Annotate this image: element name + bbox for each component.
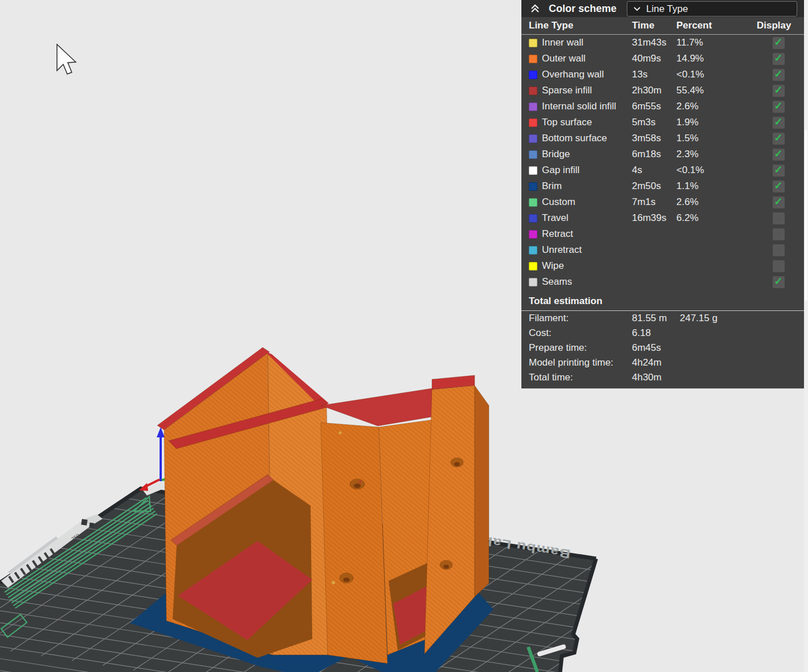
color-scheme-dropdown[interactable]: Line Type	[627, 1, 797, 17]
line-type-percent: 2.3%	[676, 149, 752, 160]
line-type-label: Inner wall	[529, 37, 632, 48]
qr-icon	[89, 522, 94, 527]
color-swatch	[529, 103, 537, 111]
display-checkbox[interactable]	[773, 260, 785, 272]
checkmark-icon: ✓	[774, 101, 782, 111]
estimation-row: Filament:81.55 m247.15 g	[521, 311, 805, 326]
line-type-time: 7m1s	[632, 196, 676, 208]
color-swatch	[529, 166, 537, 175]
line-type-label: Gap infill	[529, 165, 632, 176]
line-type-row: Bottom surface3m58s1.5%✓	[521, 130, 805, 146]
line-type-percent: 1.1%	[676, 181, 752, 192]
display-checkbox[interactable]: ✓	[773, 181, 785, 192]
line-type-label: Custom	[529, 196, 632, 208]
display-checkbox[interactable]: ✓	[773, 196, 785, 208]
checkmark-icon: ✓	[774, 37, 782, 47]
color-swatch	[529, 278, 537, 286]
double-chevron-up-icon[interactable]	[529, 3, 541, 14]
display-checkbox[interactable]: ✓	[773, 53, 785, 65]
display-checkbox[interactable]: ✓	[773, 133, 785, 145]
seam-mark	[339, 432, 342, 435]
line-type-time: 13s	[632, 69, 676, 80]
line-type-percent: 14.9%	[676, 53, 752, 64]
estimation-value: 4h30m	[632, 372, 680, 383]
display-checkbox[interactable]: ✓	[773, 117, 785, 129]
line-type-row: Overhang wall13s<0.1%✓	[521, 67, 805, 83]
display-checkbox[interactable]	[773, 212, 785, 224]
checkmark-icon: ✓	[774, 165, 782, 175]
line-type-time: 16m39s	[632, 212, 676, 224]
line-type-label: Overhang wall	[529, 69, 632, 80]
estimation-label: Total time:	[529, 372, 632, 383]
display-checkbox[interactable]: ✓	[773, 101, 785, 113]
total-estimation-title: Total estimation	[521, 290, 805, 311]
line-type-table: Inner wall31m43s11.7%✓Outer wall40m9s14.…	[521, 35, 805, 290]
panel-header: Color scheme Line Type	[521, 0, 805, 17]
display-checkbox[interactable]: ✓	[773, 69, 785, 81]
display-checkbox[interactable]: ✓	[773, 85, 785, 97]
line-type-label: Seams	[529, 276, 632, 288]
display-checkbox[interactable]	[773, 244, 785, 256]
color-swatch	[529, 182, 537, 191]
line-type-label: Outer wall	[529, 53, 632, 64]
estimation-value: 81.55 m	[632, 313, 680, 324]
line-type-row: Seams✓	[521, 274, 805, 290]
color-swatch	[529, 55, 537, 63]
line-type-label: Bridge	[529, 149, 632, 160]
window-scrollbar[interactable]	[804, 0, 808, 672]
line-type-percent: <0.1%	[676, 165, 752, 176]
line-type-time: 40m9s	[632, 53, 676, 64]
estimation-row: Cost:6.18	[521, 326, 805, 341]
total-estimation-table: Filament:81.55 m247.15 gCost:6.18Prepare…	[521, 311, 805, 385]
estimation-value: 4h24m	[632, 357, 680, 368]
col-time: Time	[632, 20, 676, 31]
color-swatch	[529, 134, 537, 143]
display-checkbox[interactable]: ✓	[773, 165, 785, 177]
line-type-row: Retract	[521, 226, 805, 242]
line-type-row: Gap infill4s<0.1%✓	[521, 162, 805, 178]
scrollbar-thumb[interactable]	[805, 130, 807, 301]
checkmark-icon: ✓	[774, 69, 782, 79]
checkmark-icon: ✓	[774, 53, 782, 63]
seam-mark	[332, 581, 335, 584]
line-type-label: Brim	[529, 181, 632, 192]
checkmark-icon: ✓	[774, 196, 782, 207]
color-swatch	[529, 230, 537, 239]
model-right-side	[475, 386, 489, 597]
line-type-percent: 1.5%	[676, 133, 752, 144]
line-type-percent: 2.6%	[676, 196, 752, 208]
line-type-percent: 1.9%	[676, 117, 752, 128]
estimation-value: 6m45s	[632, 342, 680, 354]
line-type-label: Wipe	[529, 260, 632, 272]
qr-icon	[81, 519, 87, 525]
color-scheme-panel: Color scheme Line Type Line Type Time Pe…	[521, 0, 805, 389]
line-type-percent: 2.6%	[676, 101, 752, 112]
estimation-label: Model printing time:	[529, 357, 632, 368]
estimation-row: Model printing time:4h24m	[521, 355, 805, 370]
checkmark-icon: ✓	[774, 85, 782, 95]
display-checkbox[interactable]: ✓	[773, 149, 785, 161]
color-swatch	[529, 150, 537, 159]
line-type-percent: 6.2%	[676, 212, 752, 224]
dropdown-value: Line Type	[646, 3, 688, 15]
line-type-row: Sparse infill2h30m55.4%✓	[521, 83, 805, 99]
line-type-percent: 11.7%	[676, 37, 752, 48]
color-swatch	[529, 198, 537, 207]
checkmark-icon: ✓	[774, 276, 782, 286]
display-checkbox[interactable]: ✓	[773, 37, 785, 49]
line-type-time: 6m55s	[632, 101, 676, 112]
line-type-label: Top surface	[529, 117, 632, 128]
line-type-label: Bottom surface	[529, 133, 632, 144]
estimation-label: Filament:	[529, 313, 632, 324]
checkmark-icon: ✓	[774, 117, 782, 127]
display-checkbox[interactable]	[773, 228, 785, 240]
color-swatch	[529, 262, 537, 271]
color-swatch	[529, 246, 537, 255]
display-checkbox[interactable]: ✓	[773, 276, 785, 288]
col-line-type: Line Type	[529, 20, 632, 31]
estimation-row: Prepare time:6m45s	[521, 341, 805, 355]
line-type-percent: <0.1%	[676, 69, 752, 80]
line-type-time: 2h30m	[632, 85, 676, 96]
estimation-value: 6.18	[632, 327, 680, 339]
line-type-label: Internal solid infill	[529, 101, 632, 112]
